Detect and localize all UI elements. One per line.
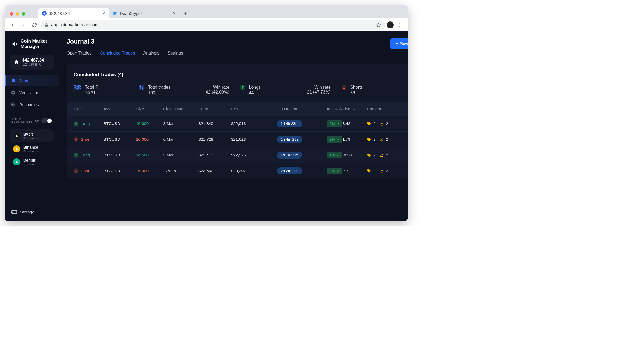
cell-size: 14,500 bbox=[136, 153, 163, 157]
app-root: Coin MarketManager $42,487.34 1.24939 BT… bbox=[5, 31, 408, 221]
stat-rate: 21 (47.73%) bbox=[307, 90, 331, 95]
side-arrow-icon bbox=[74, 121, 78, 126]
concluded-trades-panel: Concluded Trades (4) Filter R:R Total R … bbox=[67, 64, 408, 178]
cell-entry: $21,729 bbox=[198, 137, 231, 142]
swap-icon bbox=[139, 85, 144, 90]
nav-resources[interactable]: Resources bbox=[5, 99, 59, 110]
kebab-menu[interactable] bbox=[395, 20, 405, 30]
close-tab-button[interactable]: × bbox=[173, 11, 176, 16]
col-side[interactable]: Side bbox=[74, 107, 103, 111]
tab-open-trades[interactable]: Open Trades bbox=[67, 51, 92, 56]
table-row[interactable]: Short BTCUSD 20,000 6/Mar $21,729 $21,62… bbox=[67, 131, 408, 147]
new-trade-entry-button[interactable]: + New Trade Entry bbox=[390, 38, 408, 49]
new-tab-button[interactable]: + bbox=[181, 9, 190, 18]
check-icon bbox=[336, 122, 340, 125]
col-duration[interactable]: Duration bbox=[266, 107, 312, 111]
col-exit[interactable]: Exit bbox=[231, 107, 266, 111]
exchange-item[interactable]: ◆ Binance 3 accounts bbox=[10, 142, 54, 155]
col-asset[interactable]: Asset bbox=[103, 107, 136, 111]
tab-favicon: ◉ bbox=[42, 11, 47, 16]
svg-rect-5 bbox=[14, 42, 15, 46]
page-header: Journal 3 Open Trades Concluded Trades A… bbox=[67, 38, 408, 56]
brand-text: Coin MarketManager bbox=[21, 39, 47, 49]
exchange-icon: ◆ bbox=[13, 145, 20, 152]
tab-settings[interactable]: Settings bbox=[168, 51, 183, 56]
svg-rect-4 bbox=[13, 43, 14, 45]
table-row[interactable]: Short BTCUSD 25,000 27/Feb $23,560 $23,3… bbox=[67, 163, 408, 178]
browser-tab-active[interactable]: ◉ $42,487.34 × bbox=[38, 8, 109, 18]
tag-icon bbox=[367, 169, 371, 173]
col-content[interactable]: Content bbox=[367, 107, 405, 111]
cell-close-date: 27/Feb bbox=[163, 168, 198, 173]
cell-final-r: 3.42 bbox=[342, 121, 367, 126]
journal-tabs: Open Trades Concluded Trades Analysis Se… bbox=[67, 51, 183, 56]
bookmark-star-icon[interactable] bbox=[376, 23, 381, 27]
exchange-name: Binance bbox=[23, 145, 38, 149]
table-header: Side Asset Size Close Date Entry Exit Du… bbox=[67, 102, 408, 116]
nav-storage[interactable]: Storage bbox=[10, 207, 54, 216]
tab-concluded-trades[interactable]: Concluded Trades bbox=[100, 51, 135, 56]
balance-usd: $42,487.34 bbox=[22, 58, 44, 63]
cell-risk: 2% bbox=[312, 120, 342, 127]
stat-value: 44 bbox=[249, 91, 261, 95]
close-tab-button[interactable]: × bbox=[102, 11, 105, 16]
cell-duration: 1d 1h 13m bbox=[266, 152, 312, 159]
col-size[interactable]: Size bbox=[136, 107, 163, 111]
check-circle-icon bbox=[11, 90, 16, 95]
browser-tab[interactable]: DaanCrypto × bbox=[109, 8, 179, 18]
col-final-r[interactable]: Final R bbox=[342, 107, 367, 111]
profile-avatar[interactable] bbox=[387, 21, 394, 28]
cell-final-r: 2.3 bbox=[342, 168, 367, 173]
tab-analysis[interactable]: Analysis bbox=[143, 51, 160, 56]
forward-button[interactable] bbox=[19, 20, 28, 30]
side-arrow-icon bbox=[74, 168, 78, 173]
table-row[interactable]: Long BTCUSD 14,500 3/Mar $23,413 $22,576… bbox=[67, 147, 408, 163]
nav-label: Resources bbox=[19, 102, 39, 107]
cell-asset: BTCUSD bbox=[103, 137, 136, 142]
cell-size: 25,000 bbox=[136, 168, 163, 173]
logo-bars-icon bbox=[12, 41, 18, 47]
col-risk[interactable]: Acc Risk bbox=[312, 107, 342, 111]
nav-verification[interactable]: Verification bbox=[5, 87, 59, 98]
cell-entry: $23,413 bbox=[198, 153, 231, 157]
tab-favicon-twitter bbox=[113, 11, 117, 16]
exchange-item[interactable]: ◆ Deribit 1 account bbox=[10, 155, 54, 168]
minimize-window-dot[interactable] bbox=[16, 12, 19, 16]
balance-card[interactable]: $42,487.34 1.24939 BTC bbox=[10, 55, 54, 70]
check-icon bbox=[336, 169, 340, 173]
tag-icon bbox=[367, 153, 371, 157]
cell-close-date: 3/Mar bbox=[163, 153, 198, 157]
back-button[interactable] bbox=[8, 20, 17, 30]
url-text: app.coinmarketman.com bbox=[51, 23, 99, 27]
maximize-window-dot[interactable] bbox=[22, 12, 25, 16]
exchanges-section-head: YOUR EXCHANGES FAV bbox=[10, 114, 54, 126]
cell-result: Win bbox=[405, 167, 408, 174]
close-window-dot[interactable] bbox=[10, 12, 13, 16]
table-row[interactable]: Long BTCUSD 15,000 8/Mar $21,340 $22,013… bbox=[67, 116, 408, 131]
cell-exit: $22,013 bbox=[231, 121, 266, 126]
exchange-item[interactable]: ◆ Bybit 3 accounts bbox=[10, 129, 54, 142]
cell-content: 2 2 bbox=[367, 121, 405, 126]
tag-icon bbox=[367, 122, 371, 126]
page-title: Journal 3 bbox=[67, 38, 183, 45]
brand-logo[interactable]: Coin MarketManager bbox=[10, 39, 54, 51]
col-result[interactable]: Result bbox=[405, 107, 408, 111]
cell-result: Win bbox=[405, 136, 408, 143]
col-entry[interactable]: Entry bbox=[198, 107, 231, 111]
tab-title: $42,487.34 bbox=[49, 11, 70, 16]
col-close-date[interactable]: Close Date bbox=[163, 107, 198, 111]
nav-label: Journal bbox=[19, 78, 33, 83]
svg-rect-7 bbox=[12, 79, 12, 82]
cell-duration: 1h 4m 23s bbox=[266, 136, 312, 143]
stat-total-r: R:R Total R 19.31 bbox=[74, 85, 128, 95]
reload-button[interactable] bbox=[30, 20, 39, 30]
stat-label: Total R bbox=[85, 85, 99, 90]
stat-total-trades: Total trades 100 Win rate 42 (42.00%) bbox=[139, 85, 229, 95]
browser-window: ◉ $42,487.34 × DaanCrypto × + app.coinm bbox=[5, 5, 408, 221]
fav-toggle[interactable] bbox=[41, 118, 52, 123]
journal-icon bbox=[11, 78, 16, 83]
address-bar[interactable]: app.coinmarketman.com bbox=[41, 20, 385, 30]
nav-journal[interactable]: Journal bbox=[5, 75, 59, 86]
main-content: Journal 3 Open Trades Concluded Trades A… bbox=[59, 31, 408, 221]
cell-final-r: 1.79 bbox=[342, 137, 367, 142]
